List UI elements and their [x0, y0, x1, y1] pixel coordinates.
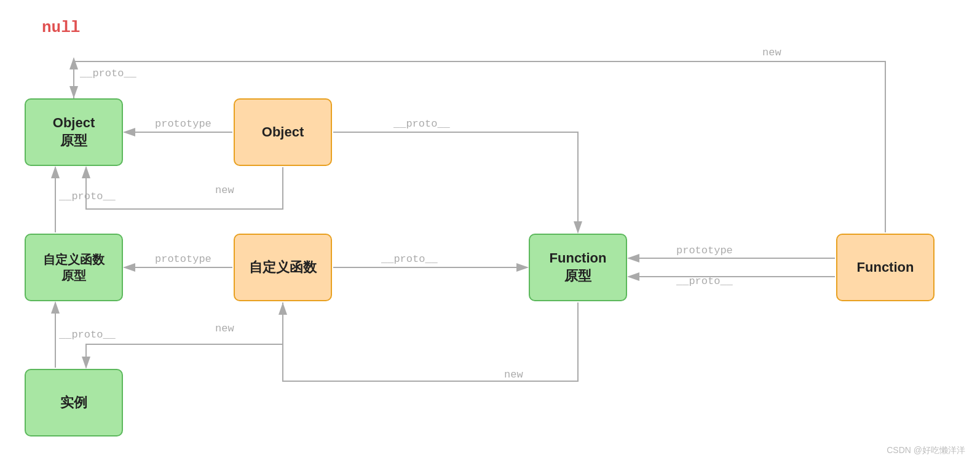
node-object: Object [234, 98, 332, 166]
label-proto-instance: __proto__ [59, 329, 116, 341]
label-proto-object-func: __proto__ [393, 118, 450, 130]
label-prototype-function: prototype [676, 245, 733, 256]
label-proto-null: __proto__ [80, 68, 136, 79]
label-prototype-custom: prototype [155, 253, 211, 265]
label-proto-function: __proto__ [676, 275, 733, 287]
node-custom-proto: 自定义函数原型 [25, 234, 123, 301]
label-prototype-object: prototype [155, 118, 211, 130]
arrows-svg: Function原型 (horizontal arrow right) --> … [0, 0, 980, 466]
null-label: null [42, 18, 80, 37]
label-proto-up: __proto__ [59, 191, 116, 202]
label-new-1: new [215, 184, 234, 196]
label-proto-custom-func: __proto__ [381, 253, 438, 265]
label-new-2: new [215, 323, 234, 334]
watermark: CSDN @好吃懒洋洋 [887, 445, 965, 456]
label-new-bottom: new [504, 369, 523, 381]
node-custom-func: 自定义函数 [234, 234, 332, 301]
node-object-proto: Object原型 [25, 98, 123, 166]
diagram-container: null Function原型 (horizontal arrow right)… [0, 0, 980, 466]
node-function: Function [836, 234, 935, 301]
label-new-top: new [762, 47, 781, 58]
node-function-proto: Function原型 [529, 234, 627, 301]
node-instance: 实例 [25, 369, 123, 436]
